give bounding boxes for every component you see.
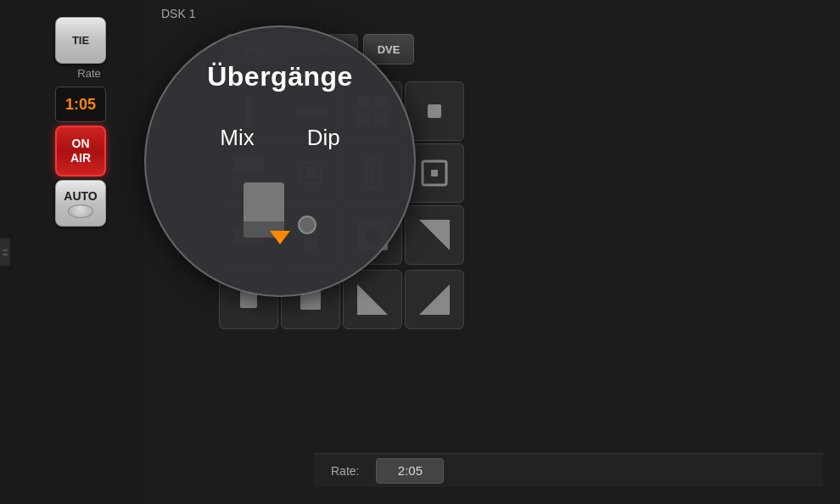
tie-button[interactable]: TIE (55, 17, 106, 64)
dsk-header: DSK 1 (144, 0, 840, 27)
svg-marker-23 (419, 284, 450, 315)
popup-dip-label: Dip (307, 125, 340, 150)
on-air-label: ONAIR (70, 137, 91, 165)
rate-value-text: 2:05 (398, 463, 423, 478)
auto-button[interactable]: AUTO (55, 180, 106, 227)
dve-label: DVE (378, 43, 400, 56)
wipe-pattern-4[interactable] (405, 81, 464, 141)
rate-display: 1:05 (55, 87, 106, 122)
wipe-pattern-12[interactable] (405, 205, 464, 265)
popup-overlay: Übergänge Mix Dip (144, 25, 416, 297)
t-bar-circle (298, 216, 316, 234)
left-panel: TIE Rate 1:05 ONAIR AUTO (0, 0, 144, 504)
wipe-icon-12 (416, 216, 453, 254)
tie-label: TIE (72, 34, 89, 47)
wipe-icon-8 (416, 154, 453, 192)
wipe-pattern-16[interactable] (405, 270, 464, 329)
wipe-icon-4 (416, 92, 453, 130)
rate-label-bottom: Rate: (331, 464, 359, 478)
popup-buttons: Mix Dip (206, 118, 353, 158)
svg-marker-19 (419, 220, 450, 250)
popup-mix-button[interactable]: Mix (206, 118, 267, 158)
auto-label: AUTO (64, 189, 97, 203)
wipe-pattern-15[interactable] (343, 270, 402, 329)
wipe-icon-16 (416, 281, 453, 318)
bottom-rate-bar: Rate: 2:05 (314, 453, 823, 487)
popup-mix-label: Mix (220, 125, 254, 150)
notch-line-1 (3, 249, 8, 251)
popup-title: Übergänge (207, 61, 353, 92)
rate-value: 1:05 (65, 96, 96, 114)
sidebar-notch[interactable] (0, 238, 10, 266)
t-bar-left (244, 182, 284, 238)
popup-arrow (270, 231, 290, 244)
popup-dip-button[interactable]: Dip (294, 118, 354, 158)
dsk-label: DSK 1 (161, 7, 195, 20)
auto-button-knob (68, 204, 93, 218)
tie-row: TIE Rate 1:05 ONAIR AUTO (0, 17, 144, 227)
rate-label: Rate (77, 67, 100, 80)
notch-line-2 (3, 254, 8, 255)
main-container: TIE Rate 1:05 ONAIR AUTO DSK 1 (0, 0, 840, 504)
t-bar-preview (244, 178, 316, 238)
svg-rect-14 (431, 170, 438, 176)
svg-rect-6 (428, 104, 441, 118)
wipe-icon-15 (354, 281, 391, 318)
rate-value-bottom[interactable]: 2:05 (376, 458, 444, 484)
on-air-button[interactable]: ONAIR (55, 126, 106, 176)
svg-marker-22 (357, 284, 388, 315)
